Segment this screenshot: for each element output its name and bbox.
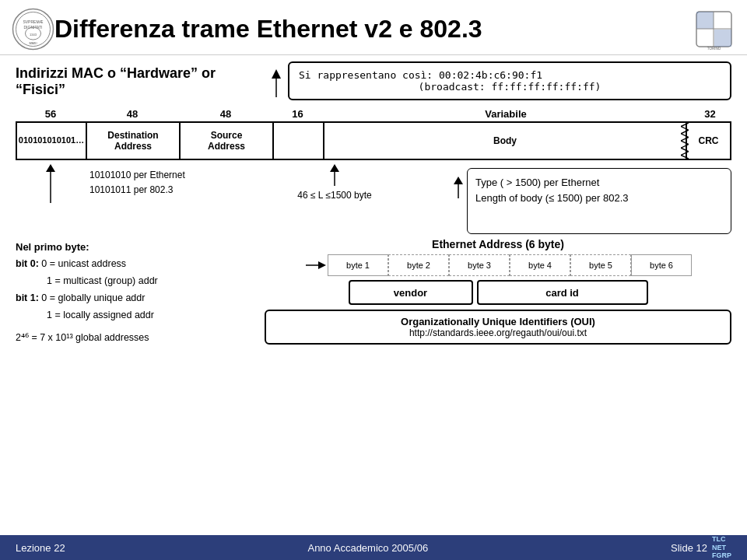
oui-title: Organizationally Unique Identifiers (OUI… (274, 316, 722, 327)
eth-byte-2: byte 2 (388, 254, 449, 276)
num-crc: 32 (689, 108, 731, 120)
vendor-box: vendor (349, 280, 473, 305)
si-rappresentano-text: Si rappresentano così: 00:02:4b:c6:90:f1 (299, 69, 721, 81)
svg-text:MMIII: MMIII (30, 41, 37, 45)
card-id-box: card id (477, 280, 648, 305)
footer-right-area: Slide 12 TLC NET FGRP (671, 535, 731, 560)
preamble-arrow-icon (16, 164, 86, 207)
numbers-row: 56 48 48 16 Variabile 32 (16, 108, 731, 120)
svg-marker-14 (272, 69, 281, 79)
svg-rect-9 (714, 30, 731, 47)
footer-right: Slide 12 (671, 542, 707, 554)
body-arrow-icon (327, 164, 342, 187)
preamble-annotation-text: 10101010 per Ethernet 10101011 per 802.3 (89, 168, 185, 198)
svg-marker-22 (318, 261, 326, 269)
frame-boxes: 010101010101… DestinationAddress SourceA… (16, 121, 731, 160)
len-arrow-icon (451, 177, 466, 200)
crc-box: CRC (687, 123, 730, 159)
footer-left: Lezione 22 (16, 542, 65, 554)
page-title: Differenza trame Ethernet v2 e 802.3 (54, 15, 693, 44)
eth-byte-1: byte 1 (328, 254, 388, 276)
eth-byte-3: byte 3 (449, 254, 510, 276)
svg-marker-16 (46, 164, 55, 172)
body-size-label: 46 ≤ L ≤1500 byte (296, 164, 374, 201)
oui-box: Organizationally Unique Identifiers (OUI… (265, 310, 731, 345)
num-len: 16 (272, 108, 323, 120)
svg-text:SVPREMÆ: SVPREMÆ (23, 19, 43, 24)
eth-addr-title: Ethernet Address (6 byte) (265, 238, 731, 250)
si-rappresentano-box: Si rappresentano così: 00:02:4b:c6:90:f1… (288, 61, 731, 100)
indirizzi-mac-label: Indirizzi MAC o “Hardware” or “Fisici” (16, 61, 265, 98)
svg-marker-18 (330, 164, 339, 172)
tlc-logo: TLC NET FGRP (712, 535, 731, 560)
num-dest: 48 (86, 108, 179, 120)
arrow-up-icon (267, 68, 286, 99)
svg-rect-8 (696, 12, 714, 29)
eth-entry-arrow-icon (304, 254, 328, 276)
src-address-box: SourceAddress (181, 123, 274, 159)
num-src: 48 (179, 108, 272, 120)
global-addr-label: 2⁴⁶ = 7 x 10¹³ global addresses (16, 329, 257, 347)
ethernet-address-detail: Ethernet Address (6 byte) byte 1 byte 2 (265, 238, 731, 346)
eth-byte-5: byte 5 (570, 254, 631, 276)
main-content: Indirizzi MAC o “Hardware” or “Fisici” S… (0, 55, 747, 352)
svg-marker-20 (454, 177, 463, 184)
body-box: Body (324, 123, 687, 159)
left-annotation: 10101010 per Ethernet 10101011 per 802.3 (16, 164, 195, 234)
header: SVPREMÆ DIGNITATI 1343 MMIII Differenza … (0, 0, 747, 55)
frame-section: 56 48 48 16 Variabile 32 010101010101… D… (16, 108, 731, 160)
dest-address-box: DestinationAddress (87, 123, 181, 159)
num-preamble: 56 (16, 108, 86, 120)
logo-left-icon: SVPREMÆ DIGNITATI 1343 MMIII (12, 8, 54, 51)
oui-url: http://standards.ieee.org/regauth/oui/ou… (274, 327, 722, 338)
top-row: Indirizzi MAC o “Hardware” or “Fisici” S… (16, 61, 731, 100)
eth-byte-6: byte 6 (631, 254, 692, 276)
eth-bytes-container: byte 1 byte 2 byte 3 byte 4 byte 5 byte … (265, 254, 731, 276)
num-body: Variabile (323, 108, 689, 120)
body-size-area: 46 ≤ L ≤1500 byte (195, 164, 467, 234)
len-box (274, 123, 324, 159)
bit-description: Nel primo byte: bit 0: 0 = unicast addre… (16, 238, 257, 346)
crc-jagged-icon (681, 123, 689, 159)
bottom-section: Nel primo byte: bit 0: 0 = unicast addre… (16, 238, 731, 346)
footer-center: Anno Accademico 2005/06 (307, 542, 428, 554)
right-annotation-box: Type ( > 1500) per Ethernet Length of bo… (467, 168, 731, 234)
preamble-box: 010101010101… (17, 123, 87, 159)
logo-right-icon: TORINO (693, 8, 735, 51)
svg-text:1343: 1343 (30, 33, 37, 37)
footer: Lezione 22 Anno Accademico 2005/06 Slide… (0, 535, 747, 560)
eth-byte-4: byte 4 (510, 254, 570, 276)
broadcast-text: (broadcast: ff:ff:ff:ff:ff:ff) (299, 81, 721, 93)
svg-text:TORINO: TORINO (707, 47, 721, 51)
vendor-card-row: vendor card id (265, 280, 731, 305)
